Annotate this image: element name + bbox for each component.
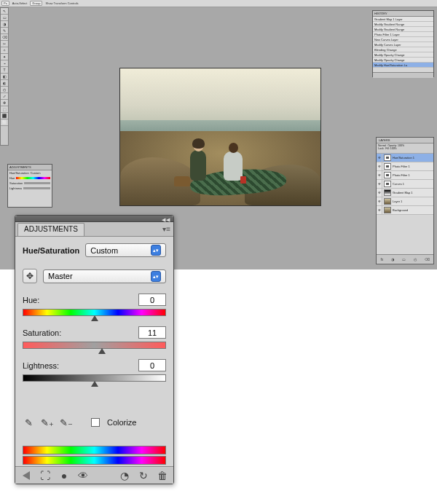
layers-options: Normal Opacity: 100% Lock: Fill: 100% bbox=[377, 143, 433, 154]
saturation-slider[interactable] bbox=[23, 342, 166, 349]
layer-row[interactable]: 👁 Layer 1 bbox=[377, 197, 433, 206]
saturation-input[interactable] bbox=[138, 326, 166, 339]
lightness-input[interactable] bbox=[138, 359, 166, 371]
color-bar-bottom[interactable] bbox=[23, 456, 166, 465]
trash-icon[interactable]: ⌫ bbox=[425, 257, 430, 261]
panel-menu-icon[interactable]: ▾≡ bbox=[162, 225, 170, 233]
history-item[interactable]: Blending Change bbox=[373, 47, 433, 52]
layer-row[interactable]: 👁 Background bbox=[377, 206, 433, 215]
eyedropper-subtract-icon[interactable]: ✎₋ bbox=[60, 417, 72, 428]
opacity-value[interactable]: 100% bbox=[398, 144, 404, 147]
tool-crop[interactable]: ⌫ bbox=[1, 34, 8, 41]
tool-path[interactable]: ⤢ bbox=[1, 93, 8, 100]
history-panel[interactable]: HISTORY Gradient Map 1 Layer Modify Grad… bbox=[372, 10, 434, 77]
eye-icon[interactable]: 👁 bbox=[377, 189, 382, 197]
layer-row[interactable]: 👁 Photo Filter 1 bbox=[377, 162, 433, 171]
tool-heal[interactable]: ✧ bbox=[1, 47, 8, 54]
mini-adj-preset[interactable]: Custom bbox=[31, 171, 41, 175]
app-label: Ps bbox=[1, 1, 9, 6]
tool-eyedropper[interactable]: ✂ bbox=[1, 41, 8, 47]
layer-name: Photo Filter 1 bbox=[393, 173, 410, 177]
panel-drag-bar[interactable]: ◀◀ bbox=[15, 216, 173, 222]
tool-gradient[interactable]: ◧ bbox=[1, 74, 8, 80]
lightness-slider-thumb[interactable] bbox=[91, 381, 98, 387]
eye-icon[interactable]: 👁 bbox=[377, 197, 382, 205]
options-bar: Ps Auto-Select Group Show Transform Cont… bbox=[0, 0, 437, 7]
new-icon[interactable]: ◴ bbox=[414, 257, 417, 261]
tool-stamp[interactable]: ⌁ bbox=[1, 60, 8, 67]
layer-row[interactable]: 👁 Photo Filter 1 bbox=[377, 171, 433, 180]
eye-icon[interactable]: 👁 bbox=[377, 162, 382, 170]
tool-lasso[interactable]: ◑ bbox=[1, 21, 8, 28]
eye-icon[interactable]: 👁 bbox=[377, 154, 382, 162]
clip-mask-icon[interactable]: ● bbox=[59, 470, 69, 481]
layer-row[interactable]: 👁 Curves 1 bbox=[377, 180, 433, 189]
reset-icon[interactable]: ↻ bbox=[138, 470, 149, 481]
trash-icon[interactable]: 🗑 bbox=[157, 470, 168, 481]
history-item[interactable]: New Curves Layer bbox=[373, 37, 433, 42]
eyedropper-icon[interactable]: ✎ bbox=[23, 417, 34, 428]
history-item[interactable]: Photo Filter 1 Layer bbox=[373, 32, 433, 37]
layers-tab[interactable]: LAYERS bbox=[379, 138, 390, 142]
mini-adjustments-title: ADJUSTMENTS bbox=[8, 165, 52, 170]
tool-move[interactable]: ↖ bbox=[1, 8, 8, 15]
mini-light-track[interactable] bbox=[23, 187, 50, 189]
mask-icon[interactable]: ◑ bbox=[391, 257, 394, 261]
panel-footer: ⛶ ● 👁 ◔ ↻ 🗑 bbox=[15, 466, 173, 484]
tool-brush[interactable]: ✦ bbox=[1, 54, 8, 60]
history-item[interactable]: Modify Gradient Range bbox=[373, 27, 433, 32]
lightness-slider[interactable] bbox=[23, 374, 166, 382]
tool-fg[interactable]: ⬛ bbox=[1, 113, 8, 119]
history-item[interactable]: Modify Opacity Change bbox=[373, 58, 433, 63]
hue-input[interactable] bbox=[138, 294, 166, 306]
hue-slider[interactable] bbox=[23, 309, 166, 316]
history-item[interactable]: Modify Gradient Range bbox=[373, 22, 433, 27]
opt-show-transform[interactable]: Show Transform Controls bbox=[45, 1, 78, 5]
mini-adjustments-panel[interactable]: ADJUSTMENTS Hue/Saturation Custom Hue Sa… bbox=[7, 164, 52, 208]
mini-sat-track[interactable] bbox=[24, 182, 50, 184]
tool-wand[interactable]: ✎ bbox=[1, 28, 8, 34]
targeted-adjust-icon[interactable]: ✥ bbox=[23, 269, 37, 283]
eyedropper-add-icon[interactable]: ✎₊ bbox=[42, 417, 53, 428]
fill-label: Fill: bbox=[385, 147, 389, 150]
expand-icon[interactable]: ⛶ bbox=[40, 470, 50, 481]
layers-panel[interactable]: LAYERS Normal Opacity: 100% Lock: Fill: … bbox=[376, 137, 434, 264]
adjustments-panel[interactable]: ◀◀ ADJUSTMENTS ▾≡ Hue/Saturation Custom … bbox=[15, 215, 174, 484]
adj-icon[interactable]: ▭ bbox=[402, 257, 406, 261]
layer-name: Photo Filter 1 bbox=[393, 165, 410, 168]
adjustments-tab[interactable]: ADJUSTMENTS bbox=[17, 223, 84, 236]
tool-hand[interactable]: ⬚ bbox=[1, 106, 8, 113]
history-item[interactable]: Modify Curves Layer bbox=[373, 42, 433, 47]
opt-autoselect[interactable]: Auto-Select bbox=[12, 1, 28, 5]
color-bar-top[interactable] bbox=[23, 446, 166, 454]
hue-slider-thumb[interactable] bbox=[91, 315, 98, 321]
eye-icon[interactable]: 👁 bbox=[377, 180, 382, 188]
opt-group[interactable]: Group bbox=[30, 1, 42, 6]
eye-icon[interactable]: 👁 bbox=[377, 206, 382, 214]
document-canvas[interactable] bbox=[119, 68, 321, 206]
saturation-slider-thumb[interactable] bbox=[98, 348, 106, 354]
history-item[interactable]: Modify Opacity Change bbox=[373, 52, 433, 58]
history-item[interactable]: Gradient Map 1 Layer bbox=[373, 17, 433, 22]
colorize-checkbox[interactable] bbox=[91, 418, 100, 427]
saturation-label: Saturation: bbox=[23, 328, 61, 337]
tool-text[interactable]: T bbox=[1, 67, 8, 74]
tool-shape[interactable]: ✥ bbox=[1, 100, 8, 106]
preset-select[interactable]: Custom ▴▾ bbox=[85, 243, 166, 257]
layer-row[interactable]: 👁 Hue/Saturation 1 bbox=[377, 154, 433, 162]
tool-pen[interactable]: ◴ bbox=[1, 87, 8, 93]
tool-dodge[interactable]: ◐ bbox=[1, 80, 8, 87]
previous-state-icon[interactable]: ◔ bbox=[119, 470, 130, 481]
visibility-icon[interactable]: 👁 bbox=[78, 470, 88, 481]
back-icon[interactable] bbox=[21, 471, 31, 480]
tool-bg[interactable]: ⬜ bbox=[1, 119, 8, 126]
fill-value[interactable]: 100% bbox=[390, 147, 397, 150]
mini-hue-track[interactable] bbox=[16, 177, 50, 179]
eye-icon[interactable]: 👁 bbox=[377, 171, 382, 179]
layer-row[interactable]: 👁 Gradient Map 1 bbox=[377, 189, 433, 197]
mini-sat-label: Saturation bbox=[9, 181, 23, 185]
tool-marquee[interactable]: ▭ bbox=[1, 15, 8, 21]
history-item-selected[interactable]: Modify Hue/Saturation La bbox=[373, 63, 433, 68]
channel-select[interactable]: Master ▴▾ bbox=[43, 269, 166, 283]
fx-icon[interactable]: fx bbox=[380, 257, 383, 261]
